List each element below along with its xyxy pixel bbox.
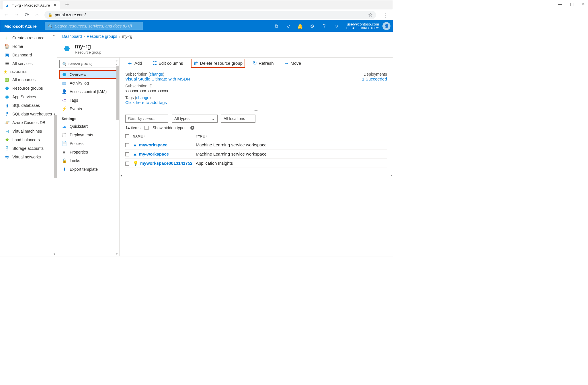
refresh-icon: ↻ <box>253 60 257 66</box>
fav-label: FAVORITES <box>10 70 28 74</box>
avatar[interactable]: 👤 <box>382 22 390 30</box>
blade-search-input[interactable]: 🔍 Search (Ctrl+/) <box>59 60 117 68</box>
table-row[interactable]: 💡myworkspace0013141752 Application Insig… <box>125 159 387 168</box>
all-services-link[interactable]: ☰ All services <box>0 59 57 68</box>
azure-search-input[interactable]: 🔍 Search resources, services, and docs (… <box>45 22 143 30</box>
col-name[interactable]: NAME↑↓ <box>133 134 196 138</box>
service-icon: 🪐 <box>4 120 9 125</box>
tab-close-icon[interactable]: ✕ <box>53 3 57 8</box>
chevron-right-icon: › <box>84 34 85 39</box>
blade-item[interactable]: 🏷Tags <box>59 96 117 105</box>
sidebar-item[interactable]: ▦All resources <box>0 75 57 84</box>
blade-settings-item[interactable]: 🔒Locks <box>59 156 117 165</box>
notifications-icon[interactable]: 🔔 <box>294 20 306 32</box>
nav-label: Virtual networks <box>12 155 41 159</box>
blade-settings-item[interactable]: ☁Quickstart <box>59 122 117 131</box>
collapse-leftnav-icon[interactable]: « <box>53 33 55 37</box>
deployments-label: Deployments <box>362 72 387 76</box>
reload-button[interactable]: ⟳ <box>24 12 30 18</box>
sidebar-item[interactable]: ❖Load balancers <box>0 135 57 144</box>
blade-settings-item[interactable]: ⬚Deployments <box>59 131 117 139</box>
sel-text: All locations <box>224 116 245 121</box>
menu-label: Locks <box>70 158 80 163</box>
blade-item[interactable]: ⬣Overview <box>59 70 117 79</box>
scroll-right-icon[interactable]: ▸ <box>390 173 393 177</box>
add-button[interactable]: ＋Add <box>125 58 144 68</box>
delete-resource-group-button[interactable]: 🗑Delete resource group <box>192 60 244 67</box>
edit-columns-button[interactable]: ☷Edit columns <box>151 59 185 67</box>
sidebar-item[interactable]: ⬣Resource groups <box>0 84 57 93</box>
bookmark-icon[interactable]: ☆ <box>368 12 373 18</box>
filter-types-select[interactable]: All types⌄ <box>172 115 218 123</box>
home-link[interactable]: 🏠 Home <box>0 42 57 51</box>
info-icon[interactable]: i <box>190 126 194 130</box>
crumb-resource-groups[interactable]: Resource groups <box>87 34 117 39</box>
filter-name-input[interactable] <box>125 115 168 123</box>
nav-label: All services <box>12 61 33 66</box>
collapse-blade-icon[interactable]: « <box>116 59 118 63</box>
blade-item[interactable]: ⚡Events <box>59 105 117 113</box>
subscription-value[interactable]: Visual Studio Ultimate with MSDN <box>125 76 387 81</box>
row-checkbox[interactable] <box>125 143 129 147</box>
scroll-left-icon[interactable]: ◂ <box>120 173 122 177</box>
sidebar-item[interactable]: 🪐Azure Cosmos DB <box>0 118 57 127</box>
sidebar-item[interactable]: 🗄Storage accounts <box>0 144 57 153</box>
sidebar-item[interactable]: ◉App Services <box>0 93 57 101</box>
filter-locations-select[interactable]: All locations <box>221 115 255 123</box>
scroll-down-icon[interactable]: ▾ <box>116 252 119 256</box>
address-bar[interactable]: 🔒 portal.azure.com/ ☆ <box>44 11 376 19</box>
sidebar-item[interactable]: 🛢SQL data warehouses <box>0 110 57 118</box>
home-button[interactable]: ⌂ <box>34 12 40 18</box>
change-tags-link[interactable]: change <box>136 95 149 100</box>
create-resource-link[interactable]: ＋ Create a resource <box>0 34 57 42</box>
row-checkbox[interactable] <box>125 152 129 156</box>
crumb-dashboard[interactable]: Dashboard <box>62 34 82 39</box>
feedback-icon[interactable]: ☺ <box>330 20 342 32</box>
back-button[interactable]: ← <box>3 12 9 18</box>
resource-link[interactable]: ▲myworkspace <box>133 142 196 148</box>
menu-icon: ⬇ <box>62 167 67 172</box>
scrollbar-thumb[interactable] <box>116 66 119 120</box>
nav-label: Virtual machines <box>12 129 42 133</box>
resource-link[interactable]: 💡myworkspace0013141752 <box>133 160 196 166</box>
add-tags-link[interactable]: Click here to add tags <box>125 100 387 105</box>
scrollbar-thumb[interactable] <box>54 115 57 178</box>
cloud-shell-icon[interactable]: ⧉ <box>270 20 282 32</box>
nav-label: SQL data warehouses <box>12 112 52 116</box>
col-type[interactable]: TYPE↑↓ <box>196 134 209 138</box>
browser-tab[interactable]: ▲ my-rg - Microsoft Azure ✕ <box>3 1 60 9</box>
row-checkbox[interactable] <box>125 162 129 166</box>
scroll-down-icon[interactable]: ▾ <box>54 252 56 256</box>
blade-settings-item[interactable]: ≡Properties <box>59 148 117 156</box>
resource-link[interactable]: ▲my-workspace <box>133 152 196 157</box>
horizontal-scrollbar[interactable]: ◂ ▸ <box>120 173 393 177</box>
blade-item[interactable]: 👤Access control (IAM) <box>59 87 117 96</box>
sidebar-item[interactable]: 🖥Virtual machines <box>0 127 57 135</box>
blade-item[interactable]: ▤Activity log <box>59 79 117 87</box>
collapse-essentials-icon[interactable]: ︽ <box>120 106 393 115</box>
azure-brand[interactable]: Microsoft Azure <box>4 24 37 29</box>
blade-settings-item[interactable]: 📄Policies <box>59 139 117 148</box>
sidebar-item[interactable]: 🛢SQL databases <box>0 101 57 110</box>
select-all-checkbox[interactable] <box>125 134 129 138</box>
table-row[interactable]: ▲my-workspace Machine Learning service w… <box>125 150 387 159</box>
change-subscription-link[interactable]: change <box>150 72 163 76</box>
help-icon[interactable]: ? <box>318 20 330 32</box>
deployments-link[interactable]: 1 Succeeded <box>362 76 387 81</box>
refresh-button[interactable]: ↻Refresh <box>251 59 276 67</box>
resource-type: Application Insights <box>196 161 233 166</box>
move-button[interactable]: →Move <box>282 60 303 67</box>
dashboard-link[interactable]: ▣ Dashboard <box>0 51 57 59</box>
browser-menu-button[interactable]: ⋮ <box>381 11 390 18</box>
nav-label: Dashboard <box>12 53 32 57</box>
table-row[interactable]: ▲myworkspace Machine Learning service wo… <box>125 140 387 150</box>
settings-icon[interactable]: ⚙ <box>306 20 318 32</box>
directory-filter-icon[interactable]: ▽ <box>282 20 294 32</box>
crumb-current: my-rg <box>122 34 132 39</box>
user-account[interactable]: user@contoso.com DEFAULT DIRECTORY <box>342 22 381 30</box>
sidebar-item[interactable]: ⇆Virtual networks <box>0 153 57 161</box>
new-tab-button[interactable]: ＋ <box>64 0 70 9</box>
blade-settings-item[interactable]: ⬇Export template <box>59 165 117 174</box>
menu-icon: 🔒 <box>62 158 67 163</box>
show-hidden-checkbox[interactable] <box>144 126 149 130</box>
